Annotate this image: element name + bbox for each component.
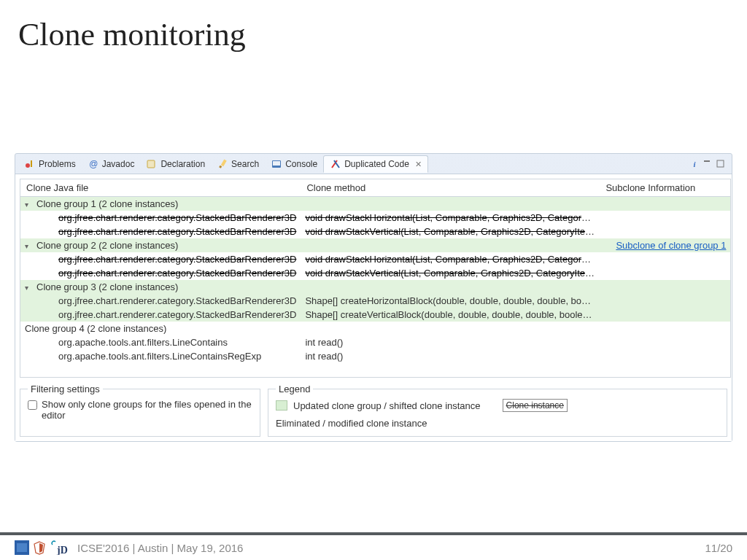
clone-instance-row[interactable]: org.apache.tools.ant.filters.LineContain… bbox=[20, 335, 731, 349]
filter-label: Show only clone groups for the files ope… bbox=[42, 399, 252, 421]
console-icon bbox=[271, 158, 282, 170]
tab-label: Declaration bbox=[160, 159, 205, 169]
search-icon bbox=[217, 158, 228, 170]
eclipse-view-panel: Problems @ Javadoc Declaration Search Co… bbox=[15, 153, 732, 442]
info-icon[interactable]: i bbox=[689, 159, 700, 169]
fieldset-label: Legend bbox=[276, 384, 313, 394]
clone-instance-row[interactable]: org.jfree.chart.renderer.category.Stacke… bbox=[20, 266, 731, 280]
slide-footer: jD ICSE'2016 | Austin | May 19, 2016 11/… bbox=[0, 532, 747, 560]
bottom-panels: Filtering settings Show only clone group… bbox=[20, 384, 727, 437]
filter-checkbox-row[interactable]: Show only clone groups for the files ope… bbox=[28, 399, 252, 421]
chevron-down-icon: ▾ bbox=[25, 284, 32, 292]
tab-declaration[interactable]: Declaration bbox=[140, 156, 211, 172]
group-row[interactable]: ▾Clone group 4 (2 clone instances) bbox=[20, 322, 731, 335]
svg-rect-3 bbox=[147, 160, 155, 168]
svg-rect-1 bbox=[31, 160, 32, 167]
fieldset-label: Filtering settings bbox=[28, 384, 103, 394]
col-file[interactable]: Clone Java file bbox=[20, 179, 301, 197]
page-title: Clone monitoring bbox=[0, 0, 747, 61]
group-row[interactable]: ▾Clone group 1 (2 clone instances) bbox=[20, 197, 731, 211]
chevron-down-icon: ▾ bbox=[20, 325, 21, 333]
legend-panel: Legend Updated clone group / shifted clo… bbox=[268, 384, 727, 437]
logo-jd-icon: jD bbox=[50, 540, 70, 555]
tab-label: Problems bbox=[39, 159, 76, 169]
tab-console[interactable]: Console bbox=[265, 156, 323, 172]
svg-rect-11 bbox=[717, 160, 724, 167]
svg-rect-13 bbox=[17, 543, 27, 552]
page-number: 11/20 bbox=[705, 542, 732, 554]
logo-shield-icon bbox=[32, 540, 47, 555]
table-row bbox=[20, 363, 731, 378]
clone-table: Clone Java file Clone method Subclone In… bbox=[20, 179, 731, 378]
group-row[interactable]: ▾Clone group 3 (2 clone instances) bbox=[20, 280, 731, 294]
close-icon[interactable]: ✕ bbox=[415, 160, 422, 169]
duplicated-code-icon bbox=[330, 158, 341, 170]
svg-rect-5 bbox=[219, 165, 222, 168]
tab-label: Console bbox=[285, 159, 317, 169]
javadoc-icon: @ bbox=[88, 158, 99, 170]
col-method[interactable]: Clone method bbox=[301, 179, 600, 197]
logo-icse-icon bbox=[15, 540, 29, 555]
svg-point-0 bbox=[26, 163, 30, 168]
filtering-settings: Filtering settings Show only clone group… bbox=[20, 384, 260, 437]
svg-rect-7 bbox=[273, 161, 280, 166]
legend-elim-label: Eliminated / modified clone instance bbox=[276, 418, 427, 429]
tab-javadoc[interactable]: @ Javadoc bbox=[82, 156, 141, 172]
tab-search[interactable]: Search bbox=[211, 156, 265, 172]
svg-rect-10 bbox=[704, 160, 710, 162]
tab-problems[interactable]: Problems bbox=[18, 156, 82, 172]
footer-logos: jD bbox=[15, 540, 70, 555]
minimize-icon[interactable] bbox=[703, 159, 713, 169]
svg-rect-4 bbox=[221, 159, 227, 166]
tab-label: Javadoc bbox=[102, 159, 135, 169]
chevron-down-icon: ▾ bbox=[25, 242, 32, 250]
clone-instance-row[interactable]: org.apache.tools.ant.filters.LineContain… bbox=[20, 349, 731, 363]
clone-instance-row[interactable]: org.jfree.chart.renderer.category.Stacke… bbox=[20, 252, 731, 266]
footer-text: ICSE'2016 | Austin | May 19, 2016 bbox=[77, 542, 243, 554]
updated-swatch bbox=[276, 400, 287, 411]
filter-checkbox[interactable] bbox=[28, 400, 37, 410]
strike-sample: Clone instance bbox=[503, 399, 568, 412]
clone-instance-row[interactable]: org.jfree.chart.renderer.category.Stacke… bbox=[20, 211, 731, 225]
tab-bar: Problems @ Javadoc Declaration Search Co… bbox=[15, 154, 732, 174]
legend-updated-label: Updated clone group / shifted clone inst… bbox=[293, 400, 481, 411]
maximize-icon[interactable] bbox=[716, 159, 726, 169]
clone-instance-row[interactable]: org.jfree.chart.renderer.category.Stacke… bbox=[20, 225, 731, 238]
tab-label: Search bbox=[231, 159, 259, 169]
chevron-down-icon: ▾ bbox=[25, 201, 32, 209]
view-body: Clone Java file Clone method Subclone In… bbox=[15, 174, 732, 441]
tab-label: Duplicated Code bbox=[344, 159, 409, 169]
clone-instance-row[interactable]: org.jfree.chart.renderer.category.Stacke… bbox=[20, 294, 731, 308]
problems-icon bbox=[24, 158, 36, 170]
subclone-link[interactable]: Subclone of clone group 1 bbox=[616, 240, 726, 251]
group-row[interactable]: ▾Clone group 2 (2 clone instances)Subclo… bbox=[20, 238, 731, 252]
col-sub[interactable]: Subclone Information bbox=[600, 179, 731, 197]
svg-text:@: @ bbox=[89, 159, 98, 169]
declaration-icon bbox=[146, 158, 158, 170]
clone-instance-row[interactable]: org.jfree.chart.renderer.category.Stacke… bbox=[20, 308, 731, 322]
svg-text:jD: jD bbox=[56, 545, 68, 555]
tab-duplicated-code[interactable]: Duplicated Code ✕ bbox=[323, 155, 428, 173]
